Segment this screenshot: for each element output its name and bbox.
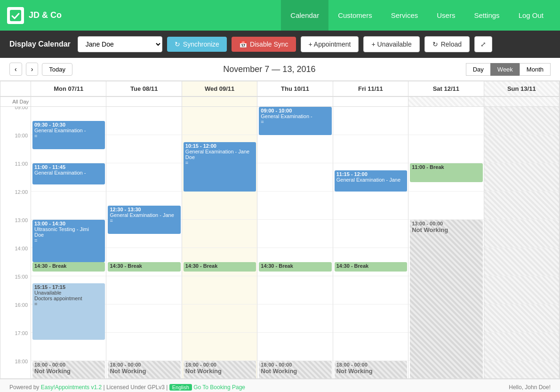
cell-4-13[interactable] — [333, 220, 408, 248]
cell-4-12[interactable] — [333, 192, 408, 220]
cell-6-11[interactable] — [484, 163, 560, 192]
cell-2-12[interactable] — [182, 192, 257, 220]
calendar-event[interactable]: 14:30 - Break — [259, 262, 331, 272]
cell-4-9[interactable] — [333, 107, 408, 135]
calendar-event[interactable]: 14:30 - Break — [184, 262, 256, 272]
cell-1-16[interactable] — [106, 304, 182, 333]
time-label-10: 10:00 — [0, 131, 31, 160]
cell-3-13[interactable] — [257, 220, 333, 248]
calendar-event[interactable]: 14:30 - Break — [335, 262, 407, 272]
calendar-body[interactable]: 09:0010:0011:0012:0013:0014:0015:0016:00… — [0, 107, 560, 378]
time-label-11: 11:00 — [0, 160, 31, 188]
calendar-event[interactable]: 14:30 - Break — [108, 262, 180, 272]
calendar-event[interactable]: 14:30 - Break — [32, 262, 105, 272]
language-badge[interactable]: English — [169, 384, 192, 391]
today-button[interactable]: Today — [42, 63, 72, 76]
view-buttons: Day Week Month — [466, 63, 551, 76]
cell-5-12[interactable] — [408, 192, 484, 220]
cell-5-10[interactable] — [408, 135, 484, 163]
fullscreen-button[interactable]: ⤢ — [474, 36, 492, 52]
cell-0-12[interactable] — [31, 192, 106, 220]
cell-4-10[interactable] — [333, 135, 408, 163]
calendar-event[interactable]: 15:15 - 17:15UnavailableDoctors appointm… — [32, 283, 105, 340]
cell-6-14[interactable] — [484, 248, 560, 276]
allday-mon — [31, 97, 106, 106]
add-unavailable-button[interactable]: + Unavailable — [363, 36, 419, 52]
nav-calendar[interactable]: Calendar — [281, 0, 328, 31]
cell-4-17[interactable] — [333, 333, 408, 361]
time-label-17: 17:00 — [0, 329, 31, 357]
cell-1-17[interactable] — [106, 333, 182, 361]
cell-4-16[interactable] — [333, 304, 408, 333]
nav-logout[interactable]: Log Out — [509, 0, 553, 31]
view-day-button[interactable]: Day — [466, 63, 491, 76]
cell-3-15[interactable] — [257, 276, 333, 304]
cell-6-15[interactable] — [484, 276, 560, 304]
calendar-event[interactable]: 11:00 - 11:45General Examination - — [32, 163, 105, 184]
footer-right: Hello, John Doe! — [509, 384, 551, 391]
cell-2-16[interactable] — [182, 304, 257, 333]
display-calendar-label: Display Calendar — [9, 40, 71, 48]
calendar-event[interactable]: 18:00 - 00:00Not Working — [259, 361, 331, 378]
reload-button[interactable]: ↻ Reload — [424, 36, 470, 52]
cell-2-13[interactable] — [182, 220, 257, 248]
cell-3-12[interactable] — [257, 192, 333, 220]
calendar-event[interactable]: 13:00 - 14:30Ultrasonic Testing - JimiDo… — [32, 220, 105, 262]
user-select[interactable]: Jane Doe — [78, 36, 162, 52]
col-wed: Wed 09/11 — [182, 81, 257, 96]
cell-6-12[interactable] — [484, 192, 560, 220]
cell-1-15[interactable] — [106, 276, 182, 304]
cell-3-10[interactable] — [257, 135, 333, 163]
calendar-event[interactable]: 18:00 - 00:00Not Working — [108, 361, 180, 378]
add-appointment-button[interactable]: + Appointment — [301, 36, 359, 52]
cell-2-15[interactable] — [182, 276, 257, 304]
calendar-event[interactable]: 10:15 - 12:00General Examination - JaneD… — [184, 142, 256, 192]
cell-2-17[interactable] — [182, 333, 257, 361]
col-thu: Thu 10/11 — [257, 81, 333, 96]
view-month-button[interactable]: Month — [520, 63, 551, 76]
calendar-event[interactable]: 18:00 - 00:00Not Working — [335, 361, 407, 378]
calendar-event[interactable]: 13:00 - 00:00Not Working — [410, 220, 482, 378]
cell-6-17[interactable] — [484, 333, 560, 361]
app-link[interactable]: Easy!Appointments v1.2 — [41, 384, 102, 391]
calendar-event[interactable]: 18:00 - 00:00Not Working — [184, 361, 256, 378]
logo-icon — [7, 7, 24, 24]
cell-6-16[interactable] — [484, 304, 560, 333]
cell-6-10[interactable] — [484, 135, 560, 163]
cell-3-11[interactable] — [257, 163, 333, 192]
date-range: November 7 — 13, 2016 — [76, 64, 463, 74]
calendar-event[interactable]: 11:00 - Break — [410, 163, 482, 182]
nav-settings[interactable]: Settings — [464, 0, 509, 31]
nav-users[interactable]: Users — [427, 0, 464, 31]
cell-6-9[interactable] — [484, 107, 560, 135]
nav-customers[interactable]: Customers — [328, 0, 382, 31]
col-sat: Sat 12/11 — [408, 81, 484, 96]
calendar-event[interactable]: 09:00 - 10:00General Examination -= — [259, 107, 331, 135]
calendar-event[interactable]: 18:00 - 00:00Not Working — [32, 361, 105, 378]
reload-icon: ↻ — [432, 40, 438, 48]
cell-3-16[interactable] — [257, 304, 333, 333]
cell-1-11[interactable] — [106, 163, 182, 192]
cell-4-15[interactable] — [333, 276, 408, 304]
cell-2-9[interactable] — [182, 107, 257, 135]
cell-5-9[interactable] — [408, 107, 484, 135]
disable-sync-button[interactable]: 📅 Disable Sync — [232, 37, 296, 52]
cell-6-18[interactable] — [484, 361, 560, 378]
cell-1-10[interactable] — [106, 135, 182, 163]
svg-rect-0 — [10, 10, 21, 21]
view-week-button[interactable]: Week — [490, 63, 520, 76]
time-header-spacer — [0, 81, 31, 96]
allday-thu — [257, 97, 333, 106]
booking-link[interactable]: Go To Booking Page — [193, 384, 245, 391]
calendar-event[interactable]: 11:15 - 12:00General Examination - Jane — [335, 170, 407, 192]
calendar-event[interactable]: 09:30 - 10:30General Examination -= — [32, 121, 105, 149]
cell-6-13[interactable] — [484, 220, 560, 248]
cell-1-9[interactable] — [106, 107, 182, 135]
top-nav: JD & Co Calendar Customers Services User… — [0, 0, 560, 31]
sync-button[interactable]: ↻ Synchronize — [167, 37, 227, 52]
calendar-event[interactable]: 12:30 - 13:30General Examination - Jane= — [108, 206, 180, 234]
nav-services[interactable]: Services — [382, 0, 428, 31]
prev-button[interactable]: ‹ — [9, 63, 22, 76]
next-button[interactable]: › — [26, 63, 39, 76]
cell-3-17[interactable] — [257, 333, 333, 361]
